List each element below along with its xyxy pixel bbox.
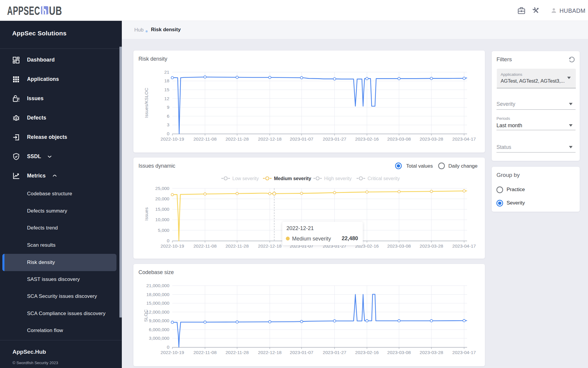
svg-text:20,000: 20,000 [155,196,170,201]
svg-text:2022-12-18: 2022-12-18 [258,243,281,249]
svg-text:2022-11-08: 2022-11-08 [193,243,217,249]
svg-text:18,000,000: 18,000,000 [146,292,169,297]
svg-text:2022-12-18: 2022-12-18 [258,350,281,355]
svg-text:2023-03-28: 2023-03-28 [420,243,443,249]
svg-text:2023-03-08: 2023-03-08 [387,243,411,249]
svg-text:APPSEC: APPSEC [7,4,40,18]
svg-text:SLOC: SLOC [143,309,148,322]
svg-text:2023-02-16: 2023-02-16 [355,136,379,141]
svg-text:12: 12 [164,96,169,101]
svg-text:0: 0 [167,131,169,136]
svg-text:2022-11-08: 2022-11-08 [193,136,217,141]
svg-text:2022-11-28: 2022-11-28 [226,136,249,141]
svg-text:2023-03-08: 2023-03-08 [387,350,411,355]
svg-text:2023-01-07: 2023-01-07 [290,136,313,141]
svg-text:21: 21 [164,70,169,75]
svg-text:3: 3 [167,122,169,127]
svg-text:2022-11-08: 2022-11-08 [193,350,217,355]
svg-text:UB: UB [49,4,62,18]
svg-text:15,000,000: 15,000,000 [146,301,169,306]
svg-text:Issues/KSLOC: Issues/KSLOC [144,88,149,118]
svg-text:2023-02-16: 2023-02-16 [355,350,379,355]
svg-text:3,000,000: 3,000,000 [149,336,169,341]
svg-text:2022-10-19: 2022-10-19 [160,243,184,249]
svg-text:0: 0 [167,238,169,243]
svg-text:18: 18 [164,78,169,83]
svg-text:2023-03-28: 2023-03-28 [420,350,443,355]
svg-text:2023-01-07: 2023-01-07 [290,350,313,355]
svg-text:2023-04-17: 2023-04-17 [452,136,476,141]
svg-text:12,000,000: 12,000,000 [146,309,169,314]
svg-text:2022-11-28: 2022-11-28 [226,243,249,249]
svg-text:6: 6 [167,114,169,119]
svg-text:9,000,000: 9,000,000 [149,318,169,323]
svg-text:2022-10-19: 2022-10-19 [160,350,184,355]
svg-text:2023-03-28: 2023-03-28 [420,136,443,141]
svg-text:2023-01-27: 2023-01-27 [323,136,346,141]
svg-text:2022-11-28: 2022-11-28 [226,350,249,355]
svg-text:10,000: 10,000 [155,217,170,222]
svg-text:2023-03-08: 2023-03-08 [387,136,411,141]
svg-text:2022-10-19: 2022-10-19 [160,136,184,141]
svg-text:0: 0 [167,345,169,350]
svg-text:6,000,000: 6,000,000 [149,327,169,332]
svg-text:15,000: 15,000 [155,207,170,212]
svg-text:25,000: 25,000 [155,186,170,191]
svg-text:5,000: 5,000 [158,228,169,233]
svg-text:2023-04-17: 2023-04-17 [452,243,476,249]
svg-text:2022-12-18: 2022-12-18 [258,136,281,141]
svg-text:Issues: Issues [144,207,149,221]
svg-text:21,000,000: 21,000,000 [146,283,169,288]
svg-text:15: 15 [164,87,169,92]
svg-text:2023-04-17: 2023-04-17 [452,350,476,355]
svg-text:9: 9 [167,105,169,110]
svg-text:2023-01-27: 2023-01-27 [323,350,346,355]
